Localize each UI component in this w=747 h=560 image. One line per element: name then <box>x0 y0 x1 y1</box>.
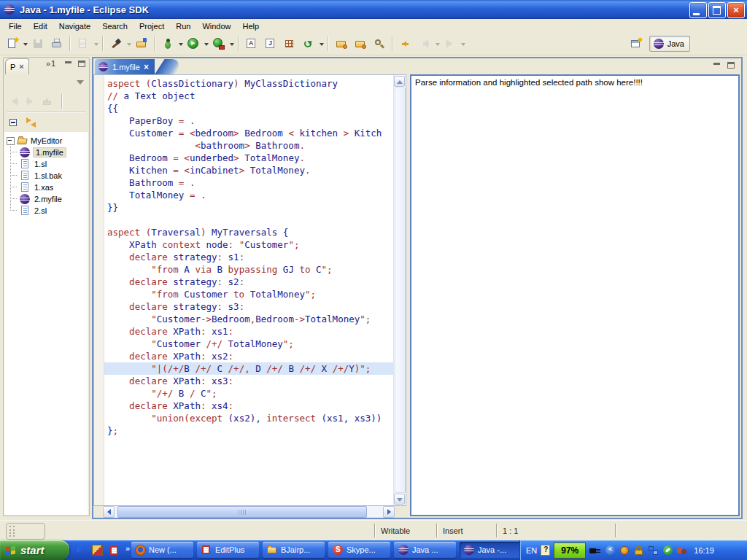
pane-minimize-button[interactable] <box>712 61 723 71</box>
title-bar: Java - 1.myfile - Eclipse SDK × <box>0 0 747 19</box>
view-menu-icon[interactable] <box>74 77 85 85</box>
print-icon <box>51 38 63 50</box>
quicklaunch-ie[interactable] <box>74 545 86 556</box>
tree-item-1-xas[interactable]: 1.xas <box>10 182 88 193</box>
taskbar-button-skype[interactable]: Skype... <box>328 542 390 558</box>
help-icon[interactable] <box>541 545 550 556</box>
new-j-button[interactable] <box>261 35 280 52</box>
taskbar-clock[interactable]: 16:19 <box>694 546 714 555</box>
up-icon[interactable] <box>42 96 53 107</box>
debug-dropdown-icon[interactable] <box>177 36 184 52</box>
new-wizard-button[interactable] <box>3 35 22 52</box>
quicklaunch-editplus[interactable] <box>109 545 120 556</box>
menu-edit[interactable]: Edit <box>28 20 53 32</box>
scroll-up-icon[interactable] <box>394 76 405 87</box>
back-dis-icon <box>419 38 430 50</box>
tray-chevron-icon[interactable] <box>605 545 615 555</box>
binary-file-button[interactable] <box>74 35 93 52</box>
new-wizard-dropdown-icon[interactable] <box>22 36 28 52</box>
explorer-view-tab[interactable]: P × <box>5 58 29 74</box>
last-edit-button[interactable] <box>396 35 415 52</box>
tree-item-1-sl[interactable]: 1.sl <box>10 158 88 170</box>
save-button[interactable] <box>28 35 47 52</box>
folder-dot-button[interactable] <box>332 35 351 52</box>
menu-help[interactable]: Help <box>237 20 266 32</box>
vertical-scroll-thumb[interactable] <box>395 88 406 493</box>
debug-icon <box>162 38 174 50</box>
minimize-button[interactable] <box>689 2 707 18</box>
editor-tab-1myfile[interactable]: 1.myfile × <box>95 59 155 74</box>
annotation-ruler[interactable] <box>94 75 104 505</box>
tray-lock-icon[interactable] <box>633 545 645 556</box>
taskbar-button-java[interactable]: Java ... <box>394 542 456 558</box>
menu-search[interactable]: Search <box>96 20 133 32</box>
new-a-button[interactable] <box>242 35 261 52</box>
tray-phone-icon[interactable] <box>663 545 673 555</box>
start-button[interactable]: start <box>0 540 69 560</box>
build-hammer-dropdown-icon[interactable] <box>125 36 132 52</box>
horizontal-scroll-thumb[interactable] <box>117 506 367 518</box>
tree-item-2-myfile[interactable]: 2.myfile <box>10 193 88 205</box>
java-perspective-button[interactable]: Java <box>649 36 690 52</box>
collapse-all-icon[interactable] <box>8 116 20 128</box>
tray-net-icon[interactable] <box>648 545 659 556</box>
binary-file-dropdown-icon[interactable] <box>93 36 99 52</box>
link-with-editor-icon[interactable] <box>26 116 37 128</box>
fwd-dis-button[interactable] <box>441 35 460 52</box>
tree-root-myeditor[interactable]: MyEditor <box>4 135 88 147</box>
debug-button[interactable] <box>158 35 177 52</box>
folder-dot-button[interactable] <box>351 35 370 52</box>
quicklaunch-app2[interactable] <box>91 544 104 556</box>
scroll-right-icon[interactable] <box>383 506 395 518</box>
taskbar-button-new[interactable]: New (... <box>131 542 193 558</box>
run-ext-button[interactable] <box>209 35 228 52</box>
fwd-dis-dropdown-icon[interactable] <box>460 36 466 52</box>
start-label: start <box>20 544 44 556</box>
scroll-left-icon[interactable] <box>103 506 115 518</box>
tray-orange-icon[interactable] <box>620 546 629 555</box>
open-file-button[interactable] <box>132 35 151 52</box>
editor-tab-close-icon[interactable]: × <box>144 63 149 71</box>
new-grid-button[interactable] <box>280 35 299 52</box>
close-button[interactable]: × <box>727 2 745 18</box>
forward-icon[interactable] <box>25 96 36 107</box>
menu-file[interactable]: File <box>3 20 28 32</box>
scroll-down-icon[interactable] <box>394 494 405 505</box>
explorer-tab-close-icon[interactable]: × <box>19 63 23 71</box>
run-ext-dropdown-icon[interactable] <box>228 36 235 52</box>
print-button[interactable] <box>47 35 66 52</box>
back-dis-dropdown-icon[interactable] <box>434 36 441 52</box>
view-maximize-button[interactable] <box>77 60 88 69</box>
menu-navigate[interactable]: Navigate <box>53 20 96 32</box>
back-dis-button[interactable] <box>415 35 434 52</box>
menu-project[interactable]: Project <box>133 20 170 32</box>
menu-window[interactable]: Window <box>196 20 236 32</box>
restore-button[interactable] <box>708 2 726 18</box>
vertical-scrollbar[interactable] <box>393 75 406 505</box>
run-button[interactable] <box>184 35 203 52</box>
taskbar-button-bjairp[interactable]: BJairp... <box>263 542 325 558</box>
language-indicator[interactable]: EN <box>526 546 537 555</box>
run-dropdown-icon[interactable] <box>203 36 209 52</box>
tree-item-1-myfile[interactable]: 1.myfile <box>10 147 88 158</box>
open-perspective-button[interactable] <box>627 35 646 52</box>
view-minimize-button[interactable] <box>63 60 74 69</box>
refresh-dropdown-icon[interactable] <box>318 36 325 52</box>
refresh-button[interactable] <box>299 35 318 52</box>
code-text-area[interactable]: aspect (ClassDictionary) MyClassDictiona… <box>104 75 393 505</box>
menu-run[interactable]: Run <box>170 20 196 32</box>
quicklaunch-overflow-chevron[interactable]: » <box>125 544 130 553</box>
battery-indicator[interactable]: 97% <box>554 542 586 559</box>
taskbar-button-editplus[interactable]: EditPlus <box>197 542 259 558</box>
pane-maximize-button[interactable] <box>726 61 737 71</box>
taskbar-button-java[interactable]: Java -... <box>460 542 522 558</box>
hidden-tabs-indicator[interactable]: »1 <box>46 59 56 68</box>
tray-people-icon[interactable] <box>676 545 688 556</box>
build-hammer-button[interactable] <box>107 35 125 52</box>
search-mag-button[interactable] <box>370 35 389 52</box>
parse-info-content: Parse information and highlighted select… <box>410 74 740 516</box>
tree-item-2-sl[interactable]: 2.sl <box>10 205 88 217</box>
horizontal-scrollbar[interactable] <box>103 506 395 518</box>
back-icon[interactable] <box>8 96 20 107</box>
tree-item-1-sl-bak[interactable]: 1.sl.bak <box>10 170 88 182</box>
